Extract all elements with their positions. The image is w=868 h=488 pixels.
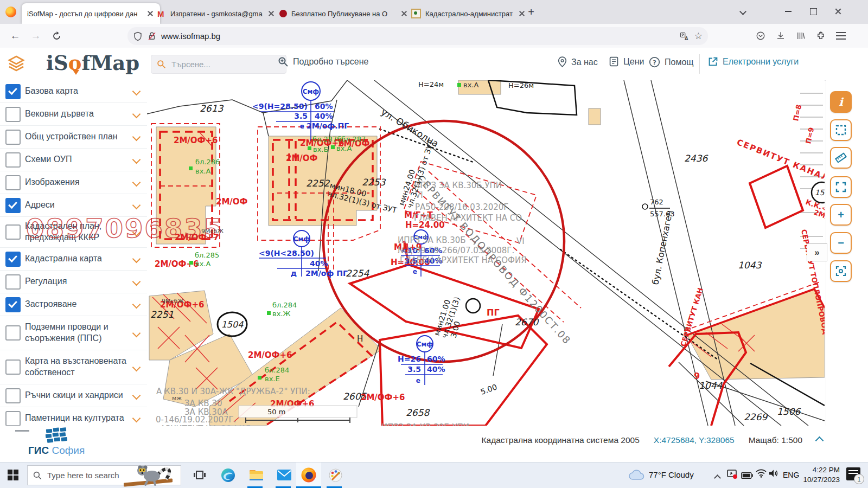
- extensions-icon[interactable]: [813, 28, 828, 43]
- meet-now-icon[interactable]: [727, 470, 738, 481]
- start-button[interactable]: [8, 470, 18, 483]
- layer-checkbox[interactable]: [5, 411, 21, 426]
- layer-checkbox[interactable]: [5, 325, 21, 341]
- translate-icon[interactable]: A: [679, 31, 690, 41]
- nav-about[interactable]: За нас: [558, 56, 598, 68]
- layer-checkbox[interactable]: [5, 252, 21, 267]
- reload-button[interactable]: [49, 28, 64, 43]
- layer-shemi-oup[interactable]: Схеми ОУП: [0, 149, 147, 171]
- layer-izobrazheniya[interactable]: Изображения: [0, 171, 147, 194]
- zoom-out-button[interactable]: −: [830, 232, 852, 254]
- chevron-down-icon[interactable]: [132, 87, 141, 96]
- site-logo[interactable]: iSofMap: [46, 51, 139, 75]
- tab-gmail[interactable]: M Изпратени - gsmkosta@gmail.: [152, 3, 281, 24]
- library-icon[interactable]: [793, 28, 808, 43]
- nav-eservices[interactable]: Електронни услуги: [708, 56, 799, 67]
- layer-kadastralna-karta[interactable]: Кадастрална карта: [0, 248, 147, 271]
- map-canvas[interactable]: 2613 2252 2253 2254 2251 2605 2658 2670 …: [147, 80, 825, 426]
- chevron-down-icon[interactable]: [132, 278, 141, 286]
- task-view-button[interactable]: [191, 466, 208, 484]
- collapse-statusbar-icon[interactable]: [815, 436, 824, 445]
- chevron-down-icon[interactable]: [132, 178, 141, 187]
- close-button[interactable]: [829, 3, 847, 20]
- back-button[interactable]: ←: [8, 28, 23, 43]
- file-explorer-icon[interactable]: [247, 466, 265, 484]
- chevron-down-icon[interactable]: [132, 414, 141, 423]
- layer-pps[interactable]: Подземни проводи и съоръжения (ППС): [0, 316, 147, 350]
- action-center-icon[interactable]: 1: [846, 467, 860, 480]
- insecure-lock-icon[interactable]: [147, 31, 157, 42]
- battery-icon[interactable]: [741, 471, 753, 481]
- panel-expand-button[interactable]: »: [807, 243, 827, 261]
- menu-icon[interactable]: [833, 28, 848, 43]
- chevron-down-icon[interactable]: [132, 363, 141, 371]
- layer-checkbox[interactable]: [5, 297, 21, 312]
- layer-skitsi[interactable]: Ръчни скици и хандриси: [0, 384, 147, 407]
- edge-icon[interactable]: [219, 466, 237, 484]
- layer-adresi[interactable]: Адреси: [0, 194, 147, 217]
- fit-extent-button[interactable]: [830, 176, 852, 198]
- nav-help[interactable]: ? Помощ: [649, 56, 693, 68]
- bookmark-star-icon[interactable]: ☆: [694, 30, 703, 42]
- chevron-down-icon[interactable]: [132, 228, 141, 236]
- layer-oup[interactable]: Общ устройствен план: [0, 126, 147, 149]
- url-bar[interactable]: www.isofmap.bg A ☆: [127, 27, 708, 45]
- chevron-down-icon[interactable]: [132, 156, 141, 164]
- language-indicator[interactable]: ENG: [783, 471, 799, 479]
- layer-kvs[interactable]: Карта на възстановената собственост: [0, 350, 147, 384]
- tabs-list-button[interactable]: [733, 3, 752, 20]
- chevron-down-icon[interactable]: [132, 300, 141, 309]
- layer-bazova-karta[interactable]: Базова карта: [0, 80, 147, 103]
- pocket-icon[interactable]: [753, 28, 768, 43]
- chevron-down-icon[interactable]: [132, 329, 141, 337]
- layer-checkbox[interactable]: [5, 152, 21, 168]
- tab-cadastre[interactable]: Кадастрално-административн: [406, 3, 532, 24]
- forward-button[interactable]: →: [28, 28, 43, 43]
- info-tool-button[interactable]: i: [830, 91, 852, 113]
- search-input[interactable]: [170, 59, 259, 69]
- tab-isofmap[interactable]: iSofMap - достъп до цифрови дан: [22, 3, 160, 24]
- mail-icon[interactable]: [276, 466, 293, 484]
- tray-expand-icon[interactable]: [715, 473, 720, 483]
- tab-publish[interactable]: Безплатно Публикуване на О: [274, 3, 414, 24]
- zoom-in-button[interactable]: +: [830, 204, 852, 226]
- measure-button[interactable]: [830, 147, 852, 169]
- layer-checkbox[interactable]: [5, 224, 21, 240]
- advanced-search-link[interactable]: Подробно търсене: [278, 56, 368, 67]
- locate-button[interactable]: [830, 260, 852, 282]
- new-tab-button[interactable]: +: [524, 5, 538, 20]
- layer-checkbox[interactable]: [5, 107, 21, 122]
- layer-checkbox[interactable]: [5, 175, 21, 190]
- chevron-down-icon[interactable]: [132, 201, 141, 210]
- layer-checkbox[interactable]: [5, 359, 21, 375]
- weather-text[interactable]: 77°F Cloudy: [649, 470, 694, 479]
- weather-icon[interactable]: [628, 468, 644, 483]
- layers-icon[interactable]: [7, 54, 26, 76]
- layer-regulatsiya[interactable]: Регулация: [0, 271, 147, 293]
- clock[interactable]: 4:22 PM 10/27/2023: [803, 465, 840, 485]
- chevron-down-icon[interactable]: [132, 391, 141, 400]
- layer-checkbox[interactable]: [5, 388, 21, 403]
- layer-checkbox[interactable]: [5, 130, 21, 145]
- wifi-icon[interactable]: [756, 469, 767, 480]
- firefox-taskbar-button[interactable]: [296, 463, 321, 487]
- chevron-down-icon[interactable]: [132, 255, 141, 264]
- layer-vekovni-darveta[interactable]: Вековни дървета: [0, 103, 147, 126]
- minimize-button[interactable]: [779, 3, 797, 20]
- gis-sofia-logo[interactable]: ГИС София: [28, 427, 85, 457]
- select-area-button[interactable]: [830, 119, 852, 141]
- paint-icon[interactable]: [327, 466, 344, 484]
- chevron-down-icon[interactable]: [132, 110, 141, 119]
- layer-checkbox[interactable]: [5, 84, 21, 99]
- layer-kadastralen-plan[interactable]: Кадастрален план, предхождащ КККР: [0, 217, 147, 248]
- chevron-down-icon[interactable]: [132, 133, 141, 142]
- volume-icon[interactable]: [769, 469, 778, 480]
- shield-icon[interactable]: [133, 31, 143, 42]
- layer-zastroyavane[interactable]: Застрояване: [0, 293, 147, 316]
- site-search[interactable]: [151, 55, 286, 74]
- downloads-icon[interactable]: [773, 28, 788, 43]
- restore-button[interactable]: [804, 3, 822, 20]
- nav-prices[interactable]: Цени: [609, 56, 644, 67]
- layer-checkbox[interactable]: [5, 274, 21, 290]
- layer-checkbox[interactable]: [5, 198, 21, 213]
